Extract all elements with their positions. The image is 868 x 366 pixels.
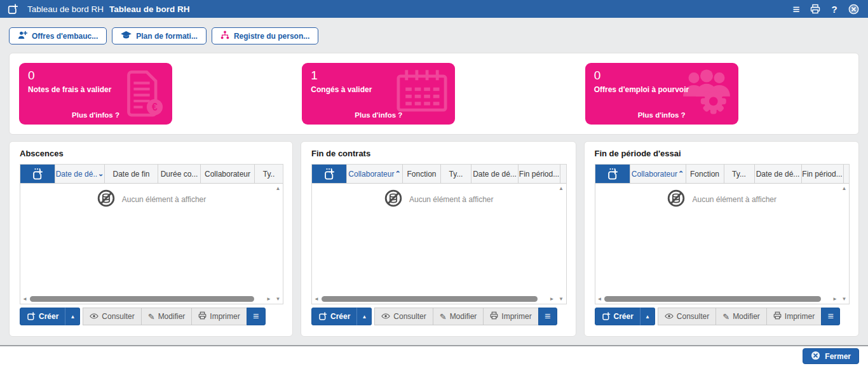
create-dropdown-button[interactable]: ▲ bbox=[65, 308, 80, 325]
horizontal-scrollbar[interactable]: ◄ ► bbox=[595, 294, 840, 304]
no-data-icon bbox=[97, 189, 115, 209]
page-title: Tableau de bord RH bbox=[109, 4, 190, 14]
nav-button-label: Offres d'embauc... bbox=[32, 32, 98, 41]
printer-icon bbox=[773, 311, 782, 322]
panel-fin-de-contrats: Fin de contrats Collaborateur⌃ Fonction … bbox=[301, 141, 576, 337]
column-header[interactable]: Fin périod... bbox=[802, 165, 844, 183]
nav-button-label: Plan de formati... bbox=[136, 32, 198, 41]
eye-icon bbox=[665, 312, 674, 321]
panels-row: Abscences Date de dé..⌄ Date de fin Duré… bbox=[9, 141, 859, 337]
column-header[interactable]: Fin périod... bbox=[519, 165, 560, 183]
card-more-info-link[interactable]: Plus d'infos ? bbox=[302, 111, 455, 119]
column-header[interactable]: Ty... bbox=[441, 165, 471, 183]
create-dropdown-button[interactable]: ▲ bbox=[640, 308, 655, 325]
card-notes-de-frais: € 0 Notes de frais à valider Plus d'info… bbox=[19, 63, 172, 125]
card-more-info-link[interactable]: Plus d'infos ? bbox=[19, 111, 172, 119]
footer-bar: Fermer bbox=[0, 345, 868, 366]
vertical-scrollbar[interactable]: ▲ ▼ bbox=[839, 184, 849, 304]
consult-button[interactable]: Consulter bbox=[658, 308, 716, 325]
scroll-right-icon: ► bbox=[832, 297, 837, 302]
column-header[interactable]: Durée co... bbox=[158, 165, 201, 183]
table-create-icon[interactable] bbox=[595, 165, 630, 183]
table-create-icon[interactable] bbox=[20, 165, 55, 183]
nav-registre-personnel-button[interactable]: Registre du person... bbox=[212, 27, 318, 44]
nav-offres-embauche-button[interactable]: Offres d'embauc... bbox=[9, 27, 107, 44]
menu-icon: ≡ bbox=[253, 311, 259, 322]
menu-icon: ≡ bbox=[827, 311, 833, 322]
column-header[interactable]: Date de dé... bbox=[755, 165, 802, 183]
empty-state-text: Aucun élément à afficher bbox=[409, 195, 494, 204]
chevron-up-icon: ▲ bbox=[362, 314, 367, 320]
modify-button[interactable]: ✎ Modifier bbox=[433, 308, 484, 325]
fin-contrats-table: Collaborateur⌃ Fonction Ty... Date de dé… bbox=[311, 164, 567, 304]
print-button[interactable]: Imprimer bbox=[766, 308, 822, 325]
chevron-up-icon: ▲ bbox=[70, 314, 75, 320]
create-dropdown-button[interactable]: ▲ bbox=[356, 308, 372, 325]
modify-button[interactable]: ✎ Modifier bbox=[715, 308, 767, 325]
nav-plan-formation-button[interactable]: Plan de formati... bbox=[112, 27, 207, 44]
help-icon[interactable]: ? bbox=[827, 2, 841, 16]
column-header[interactable]: Ty.. bbox=[255, 165, 283, 183]
column-header[interactable]: Fonction bbox=[403, 165, 441, 183]
panel-absences: Abscences Date de dé..⌄ Date de fin Duré… bbox=[9, 141, 293, 337]
empty-state: Aucun élément à afficher bbox=[384, 189, 494, 209]
create-button[interactable]: Créer bbox=[311, 308, 357, 325]
table-header-row: Collaborateur⌃ Fonction Ty... Date de dé… bbox=[312, 165, 566, 184]
card-label: Offres d'emploi à pourvoir bbox=[594, 85, 729, 94]
card-more-info-link[interactable]: Plus d'infos ? bbox=[585, 111, 738, 119]
scrollbar-thumb[interactable] bbox=[30, 296, 254, 302]
no-data-icon bbox=[667, 189, 685, 209]
more-actions-button[interactable]: ≡ bbox=[821, 308, 840, 325]
eye-icon bbox=[90, 312, 98, 321]
scrollbar-thumb[interactable] bbox=[322, 296, 538, 302]
person-add-icon bbox=[18, 30, 27, 42]
column-header[interactable]: Date de dé... bbox=[471, 165, 519, 183]
column-header[interactable]: Fonction bbox=[686, 165, 724, 183]
horizontal-scrollbar[interactable]: ◄ ► bbox=[20, 294, 273, 304]
vertical-scrollbar[interactable]: ▲ ▼ bbox=[557, 184, 566, 304]
column-header[interactable]: Collaborateur bbox=[201, 165, 255, 183]
print-button[interactable]: Imprimer bbox=[483, 308, 538, 325]
close-dialog-button[interactable]: Fermer bbox=[803, 348, 859, 364]
card-label: Congés à valider bbox=[311, 85, 446, 94]
empty-state: Aucun élément à afficher bbox=[97, 189, 207, 209]
menu-icon: ≡ bbox=[545, 311, 550, 322]
consult-button[interactable]: Consulter bbox=[374, 308, 433, 325]
print-button[interactable]: Imprimer bbox=[191, 308, 247, 325]
column-header[interactable]: Date de fin bbox=[105, 165, 158, 183]
modify-button[interactable]: ✎ Modifier bbox=[141, 308, 193, 325]
more-actions-button[interactable]: ≡ bbox=[247, 308, 266, 325]
app-title: Tableau de bord RH bbox=[27, 4, 104, 14]
column-header[interactable]: Date de dé..⌄ bbox=[55, 165, 105, 183]
hierarchy-icon bbox=[220, 30, 229, 41]
empty-state-text: Aucun élément à afficher bbox=[122, 195, 207, 204]
column-header[interactable]: Ty... bbox=[724, 165, 755, 183]
close-icon[interactable] bbox=[846, 2, 860, 16]
panel-title: Fin de contrats bbox=[311, 149, 571, 158]
printer-icon[interactable] bbox=[808, 2, 822, 16]
vertical-scrollbar[interactable]: ▲ ▼ bbox=[273, 184, 283, 304]
menu-icon[interactable]: ≡ bbox=[789, 2, 803, 16]
column-header[interactable]: Collaborateur⌃ bbox=[347, 165, 403, 183]
scroll-down-icon: ▼ bbox=[276, 297, 281, 302]
app-window-add-icon bbox=[8, 4, 18, 15]
horizontal-scrollbar[interactable]: ◄ ► bbox=[312, 294, 557, 304]
chevron-up-icon: ▲ bbox=[645, 314, 650, 320]
more-actions-button[interactable]: ≡ bbox=[538, 308, 557, 325]
card-offres-emploi: 0 Offres d'emploi à pourvoir Plus d'info… bbox=[585, 63, 738, 125]
pencil-icon: ✎ bbox=[148, 313, 155, 321]
scrollbar-thumb[interactable] bbox=[604, 296, 820, 302]
create-button[interactable]: Créer bbox=[20, 308, 65, 325]
scroll-right-icon: ► bbox=[266, 297, 271, 302]
chevron-down-icon: ⌄ bbox=[98, 170, 104, 178]
close-button-label: Fermer bbox=[825, 352, 851, 361]
consult-button[interactable]: Consulter bbox=[83, 308, 141, 325]
create-button[interactable]: Créer bbox=[595, 308, 641, 325]
scroll-right-icon: ► bbox=[550, 297, 555, 302]
table-create-icon[interactable] bbox=[312, 165, 347, 183]
empty-state-text: Aucun élément à afficher bbox=[692, 195, 776, 204]
column-header[interactable]: Collaborateur⌃ bbox=[630, 165, 686, 183]
panel-toolbar: Créer ▲ Consulter ✎ Modifier bbox=[595, 308, 854, 325]
card-label: Notes de frais à valider bbox=[28, 85, 163, 94]
panel-toolbar: Créer ▲ Consulter ✎ Modifier bbox=[20, 308, 287, 325]
